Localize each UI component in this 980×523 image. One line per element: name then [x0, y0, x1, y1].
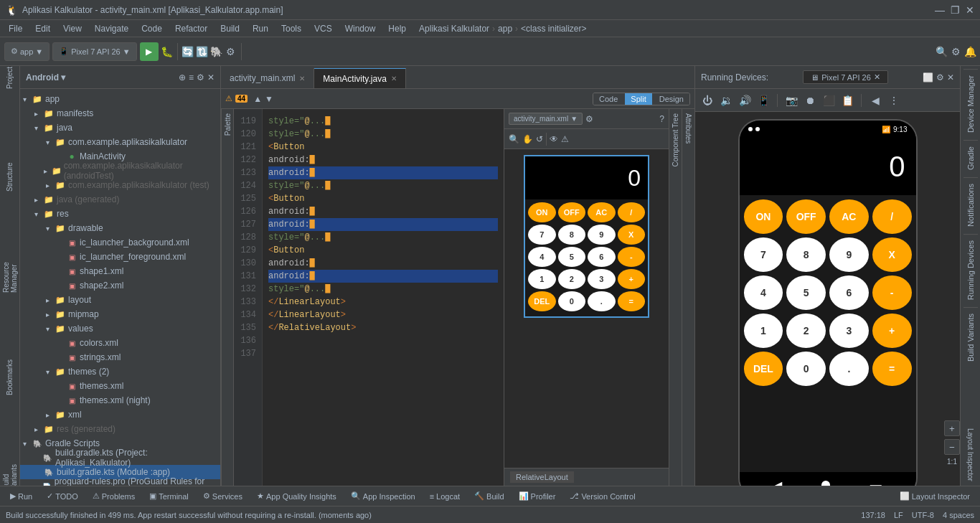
- tree-item-themes-night[interactable]: ▣ themes.xml (night): [20, 393, 220, 407]
- phone-btn-4[interactable]: 4: [744, 275, 783, 310]
- tree-item-manifests[interactable]: ▸ 📁 manifests: [20, 106, 220, 121]
- status-indent[interactable]: 4 spaces: [943, 511, 974, 519]
- phone-home-btn[interactable]: [821, 481, 830, 486]
- breadcrumb-class[interactable]: <class initializer>: [521, 24, 586, 34]
- menu-navigate[interactable]: Navigate: [89, 22, 134, 35]
- phone-btn-div[interactable]: /: [872, 199, 912, 234]
- device-select-btn[interactable]: 📱 Pixel 7 API 26 ▼: [52, 42, 136, 61]
- breadcrumb-module[interactable]: app: [498, 24, 512, 34]
- debug-button[interactable]: 🐛: [161, 46, 173, 57]
- app-quality-item[interactable]: ★ App Quality Insights: [253, 490, 341, 502]
- palette-label[interactable]: Palette: [224, 109, 232, 140]
- panel-list-icon[interactable]: ≡: [189, 72, 194, 83]
- gradle-tab[interactable]: Gradle: [963, 140, 978, 176]
- calc-btn-x[interactable]: X: [618, 225, 646, 245]
- calc-btn-plus[interactable]: +: [618, 269, 646, 289]
- calc-btn-off[interactable]: OFF: [558, 202, 586, 222]
- calc-btn-div[interactable]: /: [618, 202, 646, 222]
- phone-btn-8[interactable]: 8: [786, 237, 826, 272]
- menu-window[interactable]: Window: [339, 22, 382, 35]
- tree-item-shape1[interactable]: ▣ shape1.xml: [20, 264, 220, 278]
- screen-record-btn[interactable]: ⏺: [802, 93, 818, 108]
- calc-btn-minus[interactable]: -: [618, 247, 646, 267]
- profiler-item[interactable]: 📊 Profiler: [514, 490, 560, 502]
- layout-inspector-tab[interactable]: Layout Inspector: [963, 424, 977, 486]
- menu-view[interactable]: View: [57, 22, 88, 35]
- tree-item-proguard[interactable]: 📄 proguard-rules.pro (ProGuard Rules for…: [20, 479, 220, 486]
- tree-item-strings[interactable]: ▣ strings.xml: [20, 350, 220, 364]
- tab-mainactivity-java[interactable]: MainActivity.java ✕: [314, 68, 405, 88]
- phone-btn-minus[interactable]: -: [872, 275, 912, 310]
- phone-btn-5[interactable]: 5: [786, 275, 826, 310]
- more-options-btn[interactable]: ⋮: [886, 93, 902, 108]
- calc-btn-ac[interactable]: AC: [588, 202, 616, 222]
- status-position[interactable]: 137:18: [861, 511, 885, 519]
- logcat-item[interactable]: ≡ Logcat: [425, 491, 464, 502]
- build-variants-toggle[interactable]: Build Variants: [1, 468, 19, 486]
- app-inspection-item[interactable]: 🔍 App Inspection: [347, 490, 420, 502]
- sdk-button[interactable]: ⚙: [225, 46, 237, 57]
- tree-item-themes[interactable]: ▾ 📁 themes (2): [20, 364, 220, 379]
- zoom-in-btn[interactable]: +: [944, 420, 960, 436]
- tree-item-xml[interactable]: ▸ 📁 xml: [20, 407, 220, 422]
- preview-help-btn[interactable]: ?: [659, 114, 664, 124]
- screenshot-btn[interactable]: 📷: [783, 93, 799, 108]
- power-btn[interactable]: ⏻: [699, 93, 715, 108]
- tree-item-res-gen[interactable]: ▸ 📁 res (generated): [20, 422, 220, 436]
- warn-down-btn[interactable]: ▼: [265, 94, 273, 104]
- settings-button[interactable]: ⚙: [950, 46, 961, 57]
- status-encoding[interactable]: LF: [894, 511, 903, 519]
- component-tree-label[interactable]: Component Tree: [672, 109, 679, 171]
- menu-code[interactable]: Code: [136, 22, 168, 35]
- tree-item-themes-xml[interactable]: ▣ themes.xml: [20, 379, 220, 393]
- status-charset[interactable]: UTF-8: [912, 511, 934, 519]
- vol-up-btn[interactable]: 🔊: [737, 93, 753, 108]
- calc-btn-9[interactable]: 9: [588, 225, 616, 245]
- tree-item-app[interactable]: ▾ 📁 app: [20, 92, 220, 106]
- layout-inspector-item[interactable]: ⬜ Layout Inspector: [895, 490, 974, 502]
- menu-build[interactable]: Build: [215, 22, 245, 35]
- calc-btn-eq[interactable]: =: [618, 291, 646, 311]
- calc-btn-1[interactable]: 1: [528, 269, 556, 289]
- tree-item-java-gen[interactable]: ▸ 📁 java (generated): [20, 192, 220, 207]
- tree-item-test[interactable]: ▸ 📁 com.example.aplikasikalkulator (test…: [20, 178, 220, 192]
- bookmarks-toggle[interactable]: Bookmarks: [4, 369, 15, 386]
- tree-item-java[interactable]: ▾ 📁 java: [20, 121, 220, 135]
- phone-btn-3[interactable]: 3: [829, 314, 869, 348]
- tree-item-res[interactable]: ▾ 📁 res: [20, 207, 220, 221]
- phone-btn-on[interactable]: ON: [744, 199, 783, 234]
- menu-refactor[interactable]: Refactor: [169, 22, 213, 35]
- attributes-label[interactable]: Attributes: [684, 109, 692, 148]
- notifications-tab[interactable]: Notifications: [963, 177, 978, 232]
- code-mode-btn[interactable]: Code: [593, 93, 623, 105]
- device-manager-tab[interactable]: Device Manager: [963, 69, 978, 138]
- design-mode-btn[interactable]: Design: [654, 93, 689, 105]
- code-content[interactable]: style="@...█ style="@...█ <Button androi…: [263, 109, 504, 486]
- tree-item-shape2[interactable]: ▣ shape2.xml: [20, 278, 220, 293]
- menu-file[interactable]: File: [3, 22, 28, 35]
- warn-up-btn[interactable]: ▲: [253, 94, 262, 104]
- phone-btn-9[interactable]: 9: [829, 237, 869, 272]
- phone-back-btn[interactable]: ◀: [773, 479, 782, 486]
- maximize-button[interactable]: ❐: [951, 4, 960, 16]
- sync-button[interactable]: 🔄: [182, 46, 194, 57]
- menu-run[interactable]: Run: [247, 22, 274, 35]
- vol-down-btn[interactable]: 🔉: [718, 93, 734, 108]
- panel-add-icon[interactable]: ⊕: [179, 72, 186, 83]
- todo-item[interactable]: ✓ TODO: [42, 490, 83, 502]
- calc-btn-7[interactable]: 7: [528, 225, 556, 245]
- tree-item-layout[interactable]: ▸ 📁 layout: [20, 293, 220, 307]
- gradle-button[interactable]: 🐘: [211, 46, 222, 57]
- expand-running-icon[interactable]: ⬜: [923, 72, 933, 83]
- tree-item-drawable[interactable]: ▾ 📁 drawable: [20, 221, 220, 235]
- menu-help[interactable]: Help: [382, 22, 412, 35]
- notifications-button[interactable]: 🔔: [964, 46, 976, 57]
- tree-item-mipmap[interactable]: ▸ 📁 mipmap: [20, 307, 220, 321]
- run-config-btn[interactable]: ⚙ app ▼: [4, 42, 50, 61]
- phone-btn-7[interactable]: 7: [744, 237, 783, 272]
- menu-tools[interactable]: Tools: [275, 22, 307, 35]
- tree-item-values[interactable]: ▾ 📁 values: [20, 321, 220, 336]
- calc-btn-5[interactable]: 5: [558, 247, 586, 267]
- settings-running-icon[interactable]: ⚙: [936, 72, 944, 83]
- calc-btn-3[interactable]: 3: [588, 269, 616, 289]
